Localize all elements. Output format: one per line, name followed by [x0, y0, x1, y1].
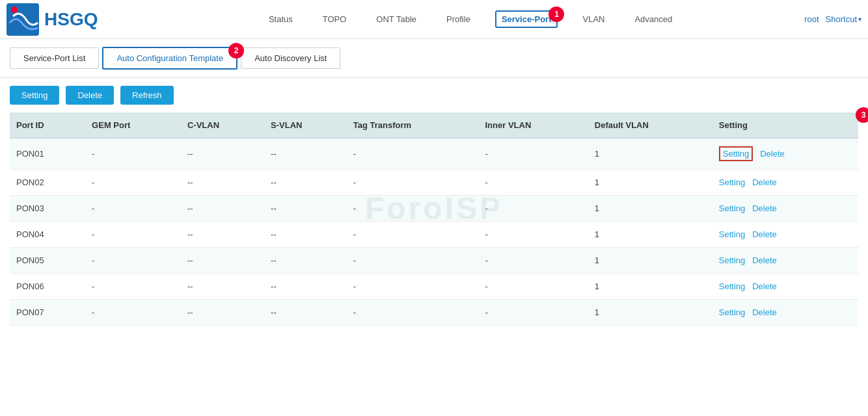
row-delete-link[interactable]: Delete [752, 229, 777, 239]
cell-c-vlan: -- [181, 248, 264, 274]
cell-s-vlan: -- [264, 138, 347, 170]
cell-tag-transform: - [347, 222, 479, 248]
table-row: PON03 - -- -- - - 1 Setting Delete [10, 196, 858, 222]
cell-actions: Setting Delete [712, 274, 858, 300]
cell-tag-transform: - [347, 300, 479, 326]
row-setting-link[interactable]: Setting [719, 203, 745, 213]
cell-gem-port: - [85, 138, 181, 170]
cell-gem-port: - [85, 196, 181, 222]
cell-gem-port: - [85, 300, 181, 326]
table-row: PON02 - -- -- - - 1 Setting Delete [10, 170, 858, 196]
cell-c-vlan: -- [181, 138, 264, 170]
cell-s-vlan: -- [264, 170, 347, 196]
cell-default-vlan: 1 [588, 196, 712, 222]
col-setting: Setting 3 [712, 112, 858, 138]
main-nav: Status TOPO ONT Table Profile Service-Po… [137, 10, 804, 28]
col-gem-port: GEM Port [85, 112, 181, 138]
cell-c-vlan: -- [181, 300, 264, 326]
cell-s-vlan: -- [264, 196, 347, 222]
tab-service-port-list[interactable]: Service-Port List [10, 47, 99, 69]
refresh-button[interactable]: Refresh [120, 86, 174, 105]
table-row: PON04 - -- -- - - 1 Setting Delete [10, 222, 858, 248]
nav-status[interactable]: Status [264, 12, 298, 27]
cell-gem-port: - [85, 274, 181, 300]
row-delete-link[interactable]: Delete [752, 177, 777, 187]
cell-tag-transform: - [347, 274, 479, 300]
table-row: PON01 - -- -- - - 1 Setting Delete [10, 138, 858, 170]
col-tag-transform: Tag Transform [347, 112, 479, 138]
row-delete-link[interactable]: Delete [760, 149, 785, 159]
cell-tag-transform: - [347, 196, 479, 222]
row-setting-link[interactable]: Setting [719, 177, 745, 187]
nav-ont-table[interactable]: ONT Table [371, 12, 422, 27]
nav-vlan[interactable]: VLAN [577, 12, 610, 27]
nav-profile[interactable]: Profile [441, 12, 476, 27]
cell-actions: Setting Delete [712, 170, 858, 196]
nav-topo[interactable]: TOPO [318, 12, 352, 27]
cell-c-vlan: -- [181, 196, 264, 222]
cell-gem-port: - [85, 248, 181, 274]
data-table: Port ID GEM Port C-VLAN S-VLAN Tag Trans… [10, 112, 858, 326]
row-setting-link[interactable]: Setting [723, 149, 749, 159]
logo-icon [7, 3, 39, 36]
cell-default-vlan: 1 [588, 248, 712, 274]
row-setting-link[interactable]: Setting [719, 281, 745, 291]
badge-2: 2 [228, 43, 244, 58]
logo-text: HSGQ [44, 9, 98, 30]
row-delete-link[interactable]: Delete [752, 307, 777, 317]
table-row: PON05 - -- -- - - 1 Setting Delete [10, 248, 858, 274]
row-setting-link[interactable]: Setting [719, 255, 745, 265]
row-delete-link[interactable]: Delete [752, 281, 777, 291]
tab-auto-discovery-list[interactable]: Auto Discovery List [241, 47, 340, 69]
nav-shortcut[interactable]: Shortcut ▾ [826, 14, 861, 24]
nav-advanced[interactable]: Advanced [629, 12, 677, 27]
cell-c-vlan: -- [181, 170, 264, 196]
col-default-vlan: Default VLAN [588, 112, 712, 138]
cell-port-id: PON04 [10, 222, 85, 248]
cell-s-vlan: -- [264, 222, 347, 248]
setting-button[interactable]: Setting [10, 86, 59, 105]
badge-3: 3 [856, 107, 868, 123]
cell-inner-vlan: - [479, 300, 588, 326]
cell-gem-port: - [85, 222, 181, 248]
cell-s-vlan: -- [264, 248, 347, 274]
cell-actions: Setting Delete [712, 138, 858, 170]
cell-s-vlan: -- [264, 274, 347, 300]
header: HSGQ Status TOPO ONT Table Profile Servi… [0, 0, 868, 39]
badge-1: 1 [549, 6, 564, 22]
cell-actions: Setting Delete [712, 196, 858, 222]
table-container: Port ID GEM Port C-VLAN S-VLAN Tag Trans… [0, 112, 868, 326]
cell-actions: Setting Delete [712, 248, 858, 274]
cell-default-vlan: 1 [588, 138, 712, 170]
row-setting-link[interactable]: Setting [719, 307, 745, 317]
row-delete-link[interactable]: Delete [752, 255, 777, 265]
delete-button[interactable]: Delete [66, 86, 114, 105]
col-inner-vlan: Inner VLAN [479, 112, 588, 138]
cell-actions: Setting Delete [712, 300, 858, 326]
cell-tag-transform: - [347, 248, 479, 274]
table-header-row: Port ID GEM Port C-VLAN S-VLAN Tag Trans… [10, 112, 858, 138]
cell-c-vlan: -- [181, 222, 264, 248]
col-c-vlan: C-VLAN [181, 112, 264, 138]
action-bar: Setting Delete Refresh [0, 78, 868, 112]
tab-auto-config-template[interactable]: Auto Configuration Template 2 [102, 47, 237, 70]
nav-right: root Shortcut ▾ [804, 14, 861, 24]
cell-default-vlan: 1 [588, 222, 712, 248]
cell-port-id: PON05 [10, 248, 85, 274]
cell-tag-transform: - [347, 170, 479, 196]
cell-default-vlan: 1 [588, 274, 712, 300]
col-port-id: Port ID [10, 112, 85, 138]
cell-default-vlan: 1 [588, 300, 712, 326]
cell-inner-vlan: - [479, 170, 588, 196]
tabs-bar: Service-Port List Auto Configuration Tem… [0, 39, 868, 78]
nav-root[interactable]: root [804, 14, 819, 24]
nav-service-port[interactable]: Service-Port 1 [495, 10, 558, 28]
cell-default-vlan: 1 [588, 170, 712, 196]
cell-c-vlan: -- [181, 274, 264, 300]
col-s-vlan: S-VLAN [264, 112, 347, 138]
cell-port-id: PON06 [10, 274, 85, 300]
cell-port-id: PON07 [10, 300, 85, 326]
logo-area: HSGQ [7, 3, 137, 36]
row-delete-link[interactable]: Delete [752, 203, 777, 213]
row-setting-link[interactable]: Setting [719, 229, 745, 239]
